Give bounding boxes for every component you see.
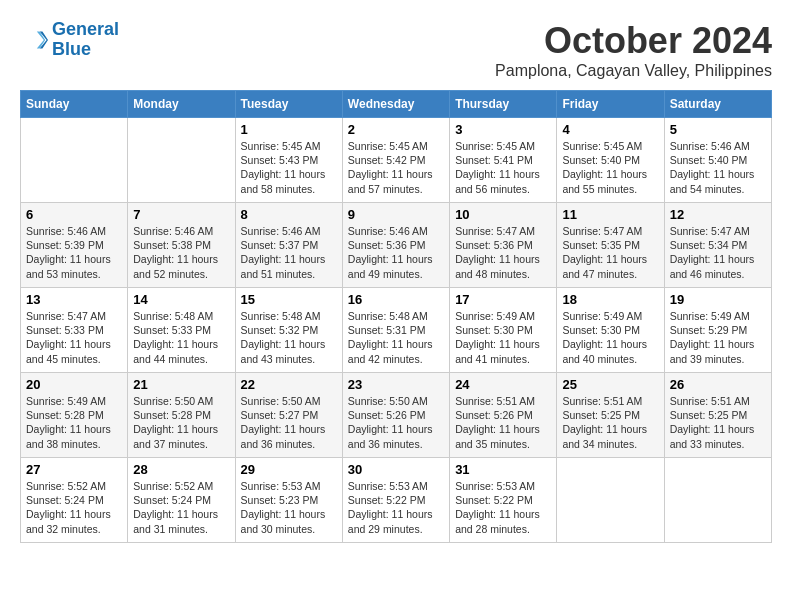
calendar-cell: 3Sunrise: 5:45 AMSunset: 5:41 PMDaylight… xyxy=(450,118,557,203)
calendar-cell: 24Sunrise: 5:51 AMSunset: 5:26 PMDayligh… xyxy=(450,373,557,458)
day-number: 26 xyxy=(670,377,766,392)
calendar-cell: 31Sunrise: 5:53 AMSunset: 5:22 PMDayligh… xyxy=(450,458,557,543)
day-info: Sunrise: 5:48 AMSunset: 5:32 PMDaylight:… xyxy=(241,309,337,366)
calendar-week-row: 6Sunrise: 5:46 AMSunset: 5:39 PMDaylight… xyxy=(21,203,772,288)
calendar-cell: 19Sunrise: 5:49 AMSunset: 5:29 PMDayligh… xyxy=(664,288,771,373)
calendar-cell: 10Sunrise: 5:47 AMSunset: 5:36 PMDayligh… xyxy=(450,203,557,288)
day-number: 1 xyxy=(241,122,337,137)
day-info: Sunrise: 5:46 AMSunset: 5:39 PMDaylight:… xyxy=(26,224,122,281)
weekday-header-cell: Friday xyxy=(557,91,664,118)
location-subtitle: Pamplona, Cagayan Valley, Philippines xyxy=(495,62,772,80)
calendar-cell: 9Sunrise: 5:46 AMSunset: 5:36 PMDaylight… xyxy=(342,203,449,288)
day-number: 14 xyxy=(133,292,229,307)
calendar-cell: 13Sunrise: 5:47 AMSunset: 5:33 PMDayligh… xyxy=(21,288,128,373)
day-number: 25 xyxy=(562,377,658,392)
weekday-header-cell: Tuesday xyxy=(235,91,342,118)
weekday-header-cell: Sunday xyxy=(21,91,128,118)
title-block: October 2024 Pamplona, Cagayan Valley, P… xyxy=(495,20,772,80)
day-number: 15 xyxy=(241,292,337,307)
day-number: 30 xyxy=(348,462,444,477)
day-info: Sunrise: 5:50 AMSunset: 5:26 PMDaylight:… xyxy=(348,394,444,451)
day-number: 12 xyxy=(670,207,766,222)
day-info: Sunrise: 5:47 AMSunset: 5:35 PMDaylight:… xyxy=(562,224,658,281)
day-number: 9 xyxy=(348,207,444,222)
calendar-cell: 8Sunrise: 5:46 AMSunset: 5:37 PMDaylight… xyxy=(235,203,342,288)
calendar-body: 1Sunrise: 5:45 AMSunset: 5:43 PMDaylight… xyxy=(21,118,772,543)
day-number: 16 xyxy=(348,292,444,307)
calendar-cell: 14Sunrise: 5:48 AMSunset: 5:33 PMDayligh… xyxy=(128,288,235,373)
day-number: 19 xyxy=(670,292,766,307)
day-info: Sunrise: 5:48 AMSunset: 5:33 PMDaylight:… xyxy=(133,309,229,366)
day-number: 17 xyxy=(455,292,551,307)
weekday-header-cell: Saturday xyxy=(664,91,771,118)
weekday-header-cell: Thursday xyxy=(450,91,557,118)
day-number: 3 xyxy=(455,122,551,137)
day-info: Sunrise: 5:51 AMSunset: 5:25 PMDaylight:… xyxy=(670,394,766,451)
logo-line2: Blue xyxy=(52,39,91,59)
day-number: 29 xyxy=(241,462,337,477)
day-info: Sunrise: 5:47 AMSunset: 5:34 PMDaylight:… xyxy=(670,224,766,281)
day-number: 21 xyxy=(133,377,229,392)
day-info: Sunrise: 5:51 AMSunset: 5:25 PMDaylight:… xyxy=(562,394,658,451)
logo: General Blue xyxy=(20,20,119,60)
day-number: 23 xyxy=(348,377,444,392)
day-info: Sunrise: 5:52 AMSunset: 5:24 PMDaylight:… xyxy=(26,479,122,536)
calendar-cell xyxy=(664,458,771,543)
day-info: Sunrise: 5:45 AMSunset: 5:40 PMDaylight:… xyxy=(562,139,658,196)
calendar-cell: 7Sunrise: 5:46 AMSunset: 5:38 PMDaylight… xyxy=(128,203,235,288)
calendar-cell xyxy=(557,458,664,543)
calendar-cell: 11Sunrise: 5:47 AMSunset: 5:35 PMDayligh… xyxy=(557,203,664,288)
day-number: 20 xyxy=(26,377,122,392)
day-number: 2 xyxy=(348,122,444,137)
day-number: 7 xyxy=(133,207,229,222)
day-info: Sunrise: 5:46 AMSunset: 5:38 PMDaylight:… xyxy=(133,224,229,281)
day-number: 18 xyxy=(562,292,658,307)
calendar-cell: 18Sunrise: 5:49 AMSunset: 5:30 PMDayligh… xyxy=(557,288,664,373)
calendar-week-row: 27Sunrise: 5:52 AMSunset: 5:24 PMDayligh… xyxy=(21,458,772,543)
calendar-week-row: 13Sunrise: 5:47 AMSunset: 5:33 PMDayligh… xyxy=(21,288,772,373)
page-header: General Blue October 2024 Pamplona, Caga… xyxy=(20,20,772,80)
calendar-cell: 27Sunrise: 5:52 AMSunset: 5:24 PMDayligh… xyxy=(21,458,128,543)
logo-text: General Blue xyxy=(52,20,119,60)
day-number: 31 xyxy=(455,462,551,477)
day-info: Sunrise: 5:50 AMSunset: 5:27 PMDaylight:… xyxy=(241,394,337,451)
day-info: Sunrise: 5:49 AMSunset: 5:30 PMDaylight:… xyxy=(455,309,551,366)
calendar-cell: 6Sunrise: 5:46 AMSunset: 5:39 PMDaylight… xyxy=(21,203,128,288)
day-number: 24 xyxy=(455,377,551,392)
calendar-cell: 21Sunrise: 5:50 AMSunset: 5:28 PMDayligh… xyxy=(128,373,235,458)
calendar-cell: 2Sunrise: 5:45 AMSunset: 5:42 PMDaylight… xyxy=(342,118,449,203)
day-info: Sunrise: 5:46 AMSunset: 5:40 PMDaylight:… xyxy=(670,139,766,196)
calendar-cell: 29Sunrise: 5:53 AMSunset: 5:23 PMDayligh… xyxy=(235,458,342,543)
day-number: 13 xyxy=(26,292,122,307)
day-number: 27 xyxy=(26,462,122,477)
day-number: 8 xyxy=(241,207,337,222)
calendar-cell: 23Sunrise: 5:50 AMSunset: 5:26 PMDayligh… xyxy=(342,373,449,458)
day-info: Sunrise: 5:46 AMSunset: 5:37 PMDaylight:… xyxy=(241,224,337,281)
calendar-table: SundayMondayTuesdayWednesdayThursdayFrid… xyxy=(20,90,772,543)
day-number: 10 xyxy=(455,207,551,222)
calendar-cell: 16Sunrise: 5:48 AMSunset: 5:31 PMDayligh… xyxy=(342,288,449,373)
weekday-header-row: SundayMondayTuesdayWednesdayThursdayFrid… xyxy=(21,91,772,118)
calendar-cell: 12Sunrise: 5:47 AMSunset: 5:34 PMDayligh… xyxy=(664,203,771,288)
day-info: Sunrise: 5:53 AMSunset: 5:22 PMDaylight:… xyxy=(455,479,551,536)
calendar-cell: 15Sunrise: 5:48 AMSunset: 5:32 PMDayligh… xyxy=(235,288,342,373)
calendar-cell: 1Sunrise: 5:45 AMSunset: 5:43 PMDaylight… xyxy=(235,118,342,203)
calendar-cell: 20Sunrise: 5:49 AMSunset: 5:28 PMDayligh… xyxy=(21,373,128,458)
calendar-cell: 22Sunrise: 5:50 AMSunset: 5:27 PMDayligh… xyxy=(235,373,342,458)
calendar-cell: 17Sunrise: 5:49 AMSunset: 5:30 PMDayligh… xyxy=(450,288,557,373)
day-number: 4 xyxy=(562,122,658,137)
calendar-cell: 4Sunrise: 5:45 AMSunset: 5:40 PMDaylight… xyxy=(557,118,664,203)
day-number: 6 xyxy=(26,207,122,222)
day-info: Sunrise: 5:53 AMSunset: 5:22 PMDaylight:… xyxy=(348,479,444,536)
day-info: Sunrise: 5:47 AMSunset: 5:36 PMDaylight:… xyxy=(455,224,551,281)
day-number: 5 xyxy=(670,122,766,137)
calendar-cell xyxy=(21,118,128,203)
day-info: Sunrise: 5:46 AMSunset: 5:36 PMDaylight:… xyxy=(348,224,444,281)
day-info: Sunrise: 5:45 AMSunset: 5:42 PMDaylight:… xyxy=(348,139,444,196)
weekday-header-cell: Wednesday xyxy=(342,91,449,118)
logo-line1: General xyxy=(52,19,119,39)
weekday-header-cell: Monday xyxy=(128,91,235,118)
day-info: Sunrise: 5:49 AMSunset: 5:28 PMDaylight:… xyxy=(26,394,122,451)
day-info: Sunrise: 5:51 AMSunset: 5:26 PMDaylight:… xyxy=(455,394,551,451)
calendar-cell: 5Sunrise: 5:46 AMSunset: 5:40 PMDaylight… xyxy=(664,118,771,203)
